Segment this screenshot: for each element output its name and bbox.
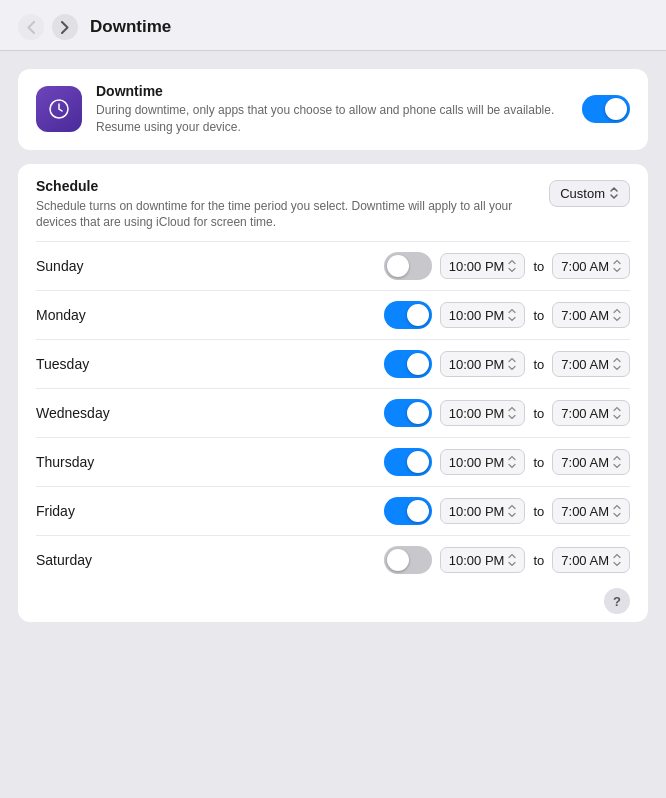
toggle-thumb bbox=[387, 255, 409, 277]
to-time-value: 7:00 AM bbox=[561, 308, 609, 323]
schedule-header: Schedule Schedule turns on downtime for … bbox=[18, 164, 648, 242]
toggle-track bbox=[384, 546, 432, 574]
downtime-header-card: Downtime During downtime, only apps that… bbox=[18, 69, 648, 150]
to-time-saturday[interactable]: 7:00 AM bbox=[552, 547, 630, 573]
to-time-arrows bbox=[613, 356, 621, 372]
schedule-header-left: Schedule Schedule turns on downtime for … bbox=[36, 178, 549, 232]
toggle-thumb bbox=[387, 549, 409, 571]
days-container: Sunday 10:00 PM to 7:00 AM Monday 10:00 … bbox=[18, 241, 648, 584]
from-time-value: 10:00 PM bbox=[449, 308, 505, 323]
day-controls: 10:00 PM to 7:00 AM bbox=[384, 399, 630, 427]
day-toggle-sunday[interactable] bbox=[384, 252, 432, 280]
to-time-value: 7:00 AM bbox=[561, 357, 609, 372]
toggle-thumb bbox=[407, 500, 429, 522]
from-time-arrows bbox=[508, 503, 516, 519]
day-label: Monday bbox=[36, 307, 384, 323]
day-label: Saturday bbox=[36, 552, 384, 568]
toggle-thumb bbox=[605, 98, 627, 120]
from-time-arrows bbox=[508, 258, 516, 274]
day-row: Sunday 10:00 PM to 7:00 AM bbox=[18, 242, 648, 290]
toggle-track bbox=[384, 252, 432, 280]
back-button[interactable] bbox=[18, 14, 44, 40]
from-time-value: 10:00 PM bbox=[449, 406, 505, 421]
forward-button[interactable] bbox=[52, 14, 78, 40]
day-row: Tuesday 10:00 PM to 7:00 AM bbox=[18, 340, 648, 388]
to-time-value: 7:00 AM bbox=[561, 504, 609, 519]
from-time-value: 10:00 PM bbox=[449, 357, 505, 372]
toggle-track bbox=[384, 448, 432, 476]
day-label: Thursday bbox=[36, 454, 384, 470]
day-toggle-tuesday[interactable] bbox=[384, 350, 432, 378]
day-toggle-saturday[interactable] bbox=[384, 546, 432, 574]
to-label: to bbox=[533, 553, 544, 568]
schedule-title: Schedule bbox=[36, 178, 549, 194]
day-row: Thursday 10:00 PM to 7:00 AM bbox=[18, 438, 648, 486]
downtime-icon bbox=[36, 86, 82, 132]
to-time-sunday[interactable]: 7:00 AM bbox=[552, 253, 630, 279]
from-time-arrows bbox=[508, 405, 516, 421]
day-toggle-monday[interactable] bbox=[384, 301, 432, 329]
schedule-mode-select[interactable]: Custom bbox=[549, 180, 630, 207]
day-controls: 10:00 PM to 7:00 AM bbox=[384, 497, 630, 525]
help-row: ? bbox=[18, 584, 648, 622]
from-time-arrows bbox=[508, 552, 516, 568]
from-time-tuesday[interactable]: 10:00 PM bbox=[440, 351, 526, 377]
toggle-track bbox=[582, 95, 630, 123]
to-time-wednesday[interactable]: 7:00 AM bbox=[552, 400, 630, 426]
day-toggle-friday[interactable] bbox=[384, 497, 432, 525]
from-time-monday[interactable]: 10:00 PM bbox=[440, 302, 526, 328]
toggle-track bbox=[384, 350, 432, 378]
day-row: Wednesday 10:00 PM to 7:00 AM bbox=[18, 389, 648, 437]
downtime-title: Downtime bbox=[96, 83, 568, 99]
from-time-value: 10:00 PM bbox=[449, 259, 505, 274]
day-controls: 10:00 PM to 7:00 AM bbox=[384, 448, 630, 476]
day-label: Friday bbox=[36, 503, 384, 519]
from-time-value: 10:00 PM bbox=[449, 455, 505, 470]
from-time-arrows bbox=[508, 356, 516, 372]
day-label: Sunday bbox=[36, 258, 384, 274]
to-time-friday[interactable]: 7:00 AM bbox=[552, 498, 630, 524]
toggle-thumb bbox=[407, 353, 429, 375]
from-time-arrows bbox=[508, 454, 516, 470]
to-label: to bbox=[533, 357, 544, 372]
downtime-desc: During downtime, only apps that you choo… bbox=[96, 102, 568, 136]
toggle-track bbox=[384, 497, 432, 525]
from-time-value: 10:00 PM bbox=[449, 553, 505, 568]
day-controls: 10:00 PM to 7:00 AM bbox=[384, 546, 630, 574]
toggle-thumb bbox=[407, 304, 429, 326]
downtime-toggle[interactable] bbox=[582, 95, 630, 123]
from-time-arrows bbox=[508, 307, 516, 323]
title-bar: Downtime bbox=[0, 0, 666, 51]
day-controls: 10:00 PM to 7:00 AM bbox=[384, 350, 630, 378]
to-time-thursday[interactable]: 7:00 AM bbox=[552, 449, 630, 475]
from-time-thursday[interactable]: 10:00 PM bbox=[440, 449, 526, 475]
from-time-saturday[interactable]: 10:00 PM bbox=[440, 547, 526, 573]
content-area: Downtime During downtime, only apps that… bbox=[0, 51, 666, 798]
day-row: Friday 10:00 PM to 7:00 AM bbox=[18, 487, 648, 535]
from-time-sunday[interactable]: 10:00 PM bbox=[440, 253, 526, 279]
schedule-desc: Schedule turns on downtime for the time … bbox=[36, 198, 549, 232]
to-time-value: 7:00 AM bbox=[561, 259, 609, 274]
day-label: Wednesday bbox=[36, 405, 384, 421]
toggle-thumb bbox=[407, 402, 429, 424]
day-row: Monday 10:00 PM to 7:00 AM bbox=[18, 291, 648, 339]
from-time-wednesday[interactable]: 10:00 PM bbox=[440, 400, 526, 426]
to-time-arrows bbox=[613, 405, 621, 421]
page-title: Downtime bbox=[90, 17, 171, 37]
to-label: to bbox=[533, 504, 544, 519]
to-label: to bbox=[533, 259, 544, 274]
day-toggle-thursday[interactable] bbox=[384, 448, 432, 476]
toggle-thumb bbox=[407, 451, 429, 473]
day-toggle-wednesday[interactable] bbox=[384, 399, 432, 427]
day-row: Saturday 10:00 PM to 7:00 AM bbox=[18, 536, 648, 584]
to-time-value: 7:00 AM bbox=[561, 406, 609, 421]
to-time-value: 7:00 AM bbox=[561, 553, 609, 568]
from-time-friday[interactable]: 10:00 PM bbox=[440, 498, 526, 524]
help-button[interactable]: ? bbox=[604, 588, 630, 614]
to-label: to bbox=[533, 455, 544, 470]
schedule-card: Schedule Schedule turns on downtime for … bbox=[18, 164, 648, 623]
from-time-value: 10:00 PM bbox=[449, 504, 505, 519]
to-time-tuesday[interactable]: 7:00 AM bbox=[552, 351, 630, 377]
day-controls: 10:00 PM to 7:00 AM bbox=[384, 252, 630, 280]
to-time-monday[interactable]: 7:00 AM bbox=[552, 302, 630, 328]
